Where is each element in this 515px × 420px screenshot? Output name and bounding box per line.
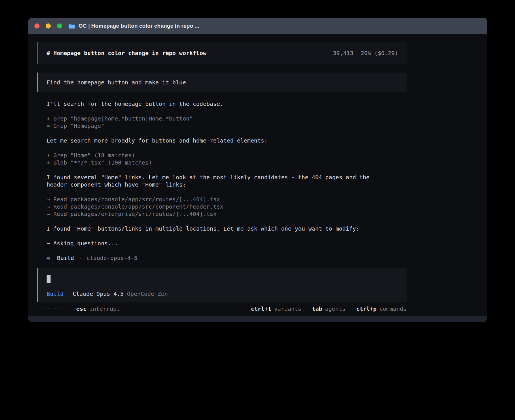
window-bottom-edge bbox=[28, 316, 487, 322]
assistant-paragraph: I found several "Home" links. Let me loo… bbox=[47, 174, 388, 188]
user-message: Find the homepage button and make it blu… bbox=[37, 73, 407, 92]
token-count: 39,413 bbox=[333, 49, 353, 57]
context-usage: 20% ($0.29) bbox=[361, 49, 398, 57]
assistant-paragraph: I'll search for the homepage button in t… bbox=[47, 100, 388, 108]
window-title: OC | Homepage button color change in rep… bbox=[78, 23, 199, 29]
session-header: # Homepage button color change in repo w… bbox=[37, 42, 407, 64]
agent-mode-label[interactable]: Build bbox=[47, 290, 64, 298]
assistant-paragraph: I found "Home" buttons/links in multiple… bbox=[47, 225, 388, 232]
status-bar-right: ctrl+tvariants tabagents ctrl+pcommands bbox=[251, 305, 407, 312]
terminal-window: OC | Homepage button color change in rep… bbox=[28, 18, 487, 322]
titlebar-title-group: OC | Homepage button color change in rep… bbox=[68, 23, 199, 29]
shortcut-label: commands bbox=[379, 305, 407, 312]
titlebar[interactable]: OC | Homepage button color change in rep… bbox=[28, 18, 487, 34]
shortcut-key: ctrl+p bbox=[356, 305, 376, 312]
shortcut-key: tab bbox=[312, 305, 322, 312]
text-cursor bbox=[47, 275, 51, 283]
shortcut-label: agents bbox=[325, 305, 345, 312]
shortcut-key: ctrl+t bbox=[251, 305, 271, 312]
shortcut-interrupt: escinterrupt bbox=[76, 305, 120, 312]
assistant-status-line: ~ Asking questions... bbox=[47, 240, 388, 247]
tool-call-grep: ∗ Grep "homepage|home.*button|Home.*butt… bbox=[47, 115, 388, 122]
shortcut-commands: ctrl+pcommands bbox=[356, 305, 407, 312]
shortcut-label: variants bbox=[274, 305, 301, 312]
agent-row: ▣ Build · claude-opus-4-5 bbox=[47, 254, 388, 262]
spinner-dots: ········ bbox=[40, 305, 68, 312]
tool-call-read: → Read packages/enterprise/src/routes/[.… bbox=[47, 210, 388, 218]
zoom-button[interactable] bbox=[57, 23, 62, 29]
model-label: Claude Opus 4.5 bbox=[73, 290, 124, 298]
terminal-content: # Homepage button color change in repo w… bbox=[28, 34, 487, 322]
traffic-lights bbox=[34, 23, 62, 29]
tool-call-glob: ∗ Glob "**/*.tsx" (100 matches) bbox=[47, 159, 388, 166]
tool-call-read: → Read packages/console/app/src/routes/[… bbox=[47, 196, 388, 203]
tool-call-group: ∗ Grep "Home" (18 matches) ∗ Glob "**/*.… bbox=[47, 152, 388, 166]
shortcut-label: interrupt bbox=[89, 305, 120, 312]
conversation: I'll search for the homepage button in t… bbox=[37, 100, 388, 262]
provider-label: OpenCode Zen bbox=[127, 290, 168, 298]
folder-icon bbox=[68, 23, 75, 29]
tool-call-group: ∗ Grep "homepage|home.*button|Home.*butt… bbox=[47, 115, 388, 130]
tool-call-grep: ∗ Grep "Homepage" bbox=[47, 122, 388, 130]
shortcut-agents: tabagents bbox=[312, 305, 345, 312]
shortcut-key: esc bbox=[76, 305, 86, 312]
status-bar: ········ escinterrupt ctrl+tvariants tab… bbox=[37, 305, 407, 312]
session-title: # Homepage button color change in repo w… bbox=[47, 49, 206, 57]
agent-separator: · bbox=[78, 254, 82, 262]
status-bar-left: ········ escinterrupt bbox=[40, 305, 120, 312]
tool-call-read: → Read packages/console/app/src/componen… bbox=[47, 203, 388, 210]
agent-icon: ▣ bbox=[47, 254, 50, 262]
shortcut-variants: ctrl+tvariants bbox=[251, 305, 301, 312]
agent-name: Build bbox=[57, 254, 74, 262]
close-button[interactable] bbox=[34, 23, 40, 29]
tool-call-grep: ∗ Grep "Home" (18 matches) bbox=[47, 152, 388, 159]
prompt-input[interactable]: Build Claude Opus 4.5 OpenCode Zen bbox=[37, 268, 407, 302]
minimize-button[interactable] bbox=[46, 23, 51, 29]
input-status-line: Build Claude Opus 4.5 OpenCode Zen bbox=[47, 290, 398, 298]
tool-call-group: → Read packages/console/app/src/routes/[… bbox=[47, 196, 388, 218]
assistant-paragraph: Let me search more broadly for buttons a… bbox=[47, 137, 388, 144]
agent-model: claude-opus-4-5 bbox=[86, 254, 138, 262]
session-stats: 39,413 20% ($0.29) bbox=[333, 49, 398, 57]
user-message-text: Find the homepage button and make it blu… bbox=[47, 79, 186, 86]
